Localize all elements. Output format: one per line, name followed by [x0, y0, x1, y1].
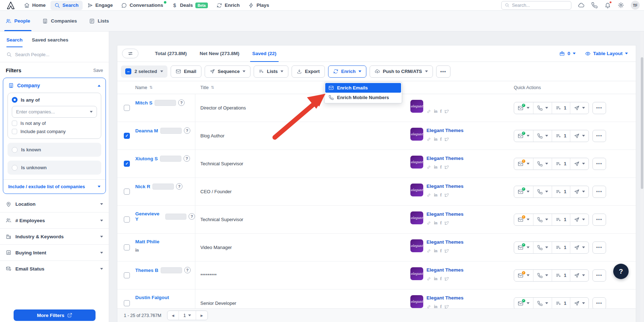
- question-circle-icon[interactable]: ?: [184, 155, 190, 162]
- company-filter-header[interactable]: Company: [3, 78, 106, 92]
- link-icon[interactable]: [426, 165, 431, 170]
- link-icon[interactable]: [426, 277, 431, 281]
- company-name-link[interactable]: Elegant Themes: [426, 267, 464, 274]
- link-icon[interactable]: [426, 109, 431, 114]
- sequence-action-button[interactable]: [570, 158, 589, 170]
- more-filters-button[interactable]: More Filters: [14, 309, 96, 321]
- call-action-button[interactable]: [533, 242, 552, 253]
- global-search-box[interactable]: [501, 1, 571, 10]
- company-name-link[interactable]: Elegant Themes: [426, 156, 464, 162]
- question-circle-icon[interactable]: ?: [178, 99, 185, 106]
- sequence-action-button[interactable]: [570, 242, 589, 253]
- search-people-input[interactable]: [15, 52, 94, 57]
- company-name-link[interactable]: Elegant Themes: [426, 128, 464, 135]
- sequence-action-button[interactable]: [570, 270, 589, 281]
- avatar[interactable]: TF: [631, 1, 640, 10]
- question-circle-icon[interactable]: ?: [176, 183, 182, 190]
- nav-item-enrich[interactable]: Enrich: [213, 1, 244, 10]
- include-past-company-option[interactable]: Include past company: [12, 129, 97, 134]
- person-name-link[interactable]: Mitch S: [135, 100, 152, 106]
- row-checkbox[interactable]: [124, 244, 130, 250]
- include-exclude-list-link[interactable]: Include / exclude list of companies: [3, 179, 106, 194]
- table-layout-control[interactable]: Table Layout: [585, 51, 628, 57]
- facebook-icon[interactable]: f: [440, 109, 442, 114]
- tab-companies[interactable]: Companies: [42, 11, 77, 31]
- company-logo[interactable]: elegant: [410, 267, 423, 280]
- sidebar-tab-search[interactable]: Search: [6, 37, 23, 47]
- save-filters-link[interactable]: Save: [93, 68, 103, 73]
- add-to-list-button[interactable]: 1: [552, 186, 570, 197]
- facebook-icon[interactable]: f: [440, 165, 442, 170]
- company-logo[interactable]: elegant: [410, 295, 423, 308]
- twitter-icon[interactable]: [444, 109, 449, 114]
- select-all-checkbox[interactable]: [125, 68, 131, 74]
- linkedin-icon[interactable]: in: [135, 248, 195, 253]
- call-action-button[interactable]: [533, 214, 552, 225]
- email-action-button[interactable]: [514, 214, 533, 225]
- add-to-list-button[interactable]: 1: [552, 130, 570, 142]
- question-circle-icon[interactable]: ?: [184, 127, 190, 134]
- selected-count-control[interactable]: 2 selected: [121, 65, 167, 78]
- row-more-actions-button[interactable]: •••: [592, 158, 606, 170]
- nav-item-deals[interactable]: $DealsBeta: [168, 1, 212, 10]
- tab-lists[interactable]: Lists: [89, 11, 109, 31]
- twitter-icon[interactable]: [444, 193, 449, 197]
- linkedin-icon[interactable]: in: [434, 137, 438, 142]
- row-checkbox[interactable]: [124, 133, 130, 139]
- column-header-name[interactable]: Name: [135, 85, 147, 90]
- email-action-button[interactable]: [514, 298, 533, 309]
- question-circle-icon[interactable]: ?: [189, 213, 195, 220]
- saved-records-control[interactable]: 0: [559, 51, 576, 57]
- sidebar-section-buying-intent[interactable]: Buying Intent: [0, 244, 109, 260]
- person-name-link[interactable]: Themes B: [135, 268, 158, 273]
- tab-total[interactable]: Total (273.8M): [148, 45, 193, 62]
- twitter-icon[interactable]: [444, 137, 449, 142]
- twitter-icon[interactable]: [444, 249, 449, 253]
- person-name-link[interactable]: Deanna M: [135, 128, 158, 133]
- is-any-of-option[interactable]: Is any of: [12, 97, 97, 103]
- sequence-button[interactable]: Sequence: [205, 65, 250, 78]
- more-actions-button[interactable]: •••: [436, 65, 451, 78]
- is-known-option[interactable]: Is known: [8, 143, 101, 157]
- cloud-icon[interactable]: [578, 2, 585, 9]
- company-name-link[interactable]: [426, 100, 449, 107]
- email-action-button[interactable]: [514, 130, 533, 142]
- call-action-button[interactable]: [533, 130, 552, 142]
- linkedin-icon[interactable]: in: [434, 109, 438, 114]
- company-logo[interactable]: elegant: [410, 239, 423, 252]
- email-button[interactable]: Email: [171, 65, 201, 78]
- push-to-crm-button[interactable]: Push to CRM/ATS: [370, 65, 433, 78]
- row-checkbox[interactable]: [124, 272, 130, 278]
- nav-item-plays[interactable]: Plays: [244, 1, 273, 10]
- link-icon[interactable]: [426, 137, 431, 142]
- radio[interactable]: [12, 165, 18, 171]
- sidebar-section-email-status[interactable]: Email Status: [0, 260, 109, 277]
- linkedin-icon[interactable]: in: [434, 221, 438, 225]
- email-action-button[interactable]: [514, 158, 533, 170]
- checkbox[interactable]: [12, 121, 17, 126]
- twitter-icon[interactable]: [444, 221, 449, 225]
- call-action-button[interactable]: [533, 102, 552, 114]
- email-action-button[interactable]: [514, 186, 533, 197]
- link-icon[interactable]: [426, 221, 431, 225]
- company-logo[interactable]: elegant: [410, 184, 423, 196]
- menu-item-enrich-mobile-numbers[interactable]: Enrich Mobile Numbers: [325, 93, 401, 102]
- company-logo[interactable]: elegant: [410, 128, 423, 141]
- linkedin-icon[interactable]: in: [434, 193, 438, 197]
- company-name-link[interactable]: Elegant Themes: [426, 184, 464, 190]
- facebook-icon[interactable]: f: [440, 137, 442, 142]
- sort-icon[interactable]: ⇅: [149, 85, 152, 90]
- row-checkbox[interactable]: [124, 189, 130, 195]
- company-logo[interactable]: elegant: [410, 100, 423, 113]
- company-logo[interactable]: elegant: [410, 156, 423, 169]
- is-not-any-of-option[interactable]: Is not any of: [12, 121, 97, 126]
- radio[interactable]: [12, 147, 18, 153]
- twitter-icon[interactable]: [444, 277, 449, 281]
- checkbox[interactable]: [12, 129, 17, 134]
- row-checkbox[interactable]: [124, 105, 130, 111]
- row-more-actions-button[interactable]: •••: [592, 186, 606, 198]
- company-name-link[interactable]: Elegant Themes: [426, 211, 464, 218]
- sequence-action-button[interactable]: [570, 102, 589, 114]
- sequence-action-button[interactable]: [570, 186, 589, 197]
- link-icon[interactable]: [426, 249, 431, 253]
